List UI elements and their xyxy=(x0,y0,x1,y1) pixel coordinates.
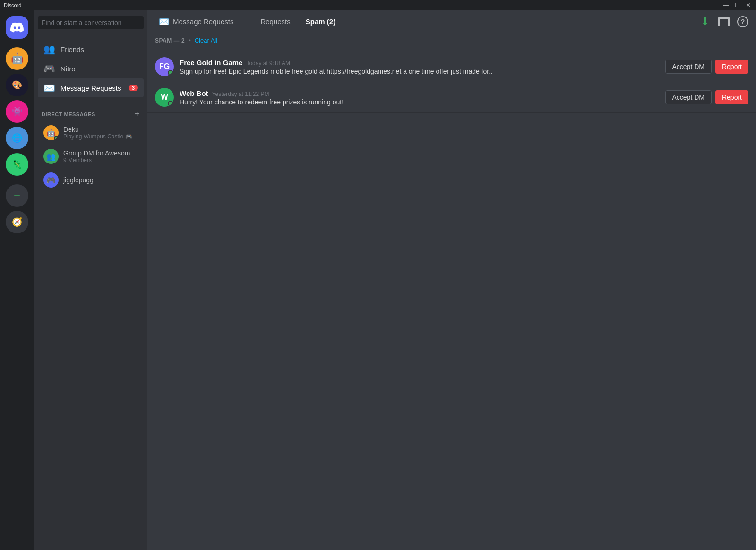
dm-name-group: Group DM for Awesom... xyxy=(63,149,138,157)
tab-spam[interactable]: Spam (2) xyxy=(302,16,339,27)
topbar-actions: ⬇ ? xyxy=(699,16,748,27)
tab-requests[interactable]: Requests xyxy=(257,16,294,27)
sidebar-nav: 👥 Friends 🎮 Nitro ✉️ Message Requests 3 xyxy=(34,35,147,102)
dm-info-deku: Deku Playing Wumpus Castle 🎮 xyxy=(63,126,138,140)
sidebar-item-friends[interactable]: 👥 Friends xyxy=(38,40,144,59)
nitro-label: Nitro xyxy=(60,65,138,73)
msg-content-1: Free Gold in Game Today at 9:18 AM Sign … xyxy=(180,59,660,75)
msg-actions-1: Accept DM Report xyxy=(665,60,749,74)
msg-actions-2: Accept DM Report xyxy=(665,90,749,104)
nitro-icon: 🎮 xyxy=(43,63,55,74)
avatar-web-bot: W xyxy=(155,88,174,107)
server-icon-home[interactable] xyxy=(6,16,28,39)
spam-bar: SPAM — 2 • Clear All xyxy=(147,33,756,48)
dm-item-deku[interactable]: 🤖 Deku Playing Wumpus Castle 🎮 xyxy=(38,121,144,144)
dm-status-group: 9 Members xyxy=(63,157,138,163)
titlebar: Discord — ☐ ✕ xyxy=(0,0,756,10)
server-icon-1[interactable]: 🤖 xyxy=(6,47,28,70)
dm-section-header: DIRECT MESSAGES + xyxy=(34,102,147,121)
add-dm-button[interactable]: + xyxy=(135,109,140,119)
dm-status-deku: Playing Wumpus Castle 🎮 xyxy=(63,133,138,140)
inbox-button[interactable] xyxy=(718,16,730,27)
tab-message-requests[interactable]: ✉️ Message Requests xyxy=(155,15,237,29)
dm-name-deku: Deku xyxy=(63,126,138,133)
server-icon-4[interactable]: 🌐 xyxy=(6,127,28,149)
main-content: ✉️ Message Requests Requests Spam (2) ⬇ … xyxy=(147,10,756,550)
online-dot-1 xyxy=(168,70,173,76)
message-item-2: W Web Bot Yesterday at 11:22 PM Hurry! Y… xyxy=(147,82,756,113)
close-button[interactable]: ✕ xyxy=(745,1,752,9)
titlebar-controls: — ☐ ✕ xyxy=(722,1,752,9)
explore-button[interactable]: 🧭 xyxy=(6,211,28,233)
add-server-button[interactable]: + xyxy=(6,184,28,207)
avatar-jigglepugg: 🎮 xyxy=(43,172,59,188)
minimize-button[interactable]: — xyxy=(722,1,730,9)
titlebar-title: Discord xyxy=(4,2,21,8)
msg-timestamp-1: Today at 9:18 AM xyxy=(246,60,290,67)
accept-dm-button-1[interactable]: Accept DM xyxy=(665,60,712,74)
app-body: 🤖 🎨 👾 🌐 🦎 + 🧭 👥 Friends 🎮 Nitro ✉ xyxy=(0,10,756,550)
spam-tab-label: Spam (2) xyxy=(306,17,335,26)
server-icon-3[interactable]: 👾 xyxy=(6,100,28,123)
topbar: ✉️ Message Requests Requests Spam (2) ⬇ … xyxy=(147,10,756,33)
spam-label: SPAM — 2 xyxy=(155,37,185,44)
dm-item-jigglepugg[interactable]: 🎮 jigglepugg xyxy=(38,169,144,191)
server-sidebar: 🤖 🎨 👾 🌐 🦎 + 🧭 xyxy=(0,10,34,550)
message-requests-tab-icon: ✉️ xyxy=(159,17,169,27)
dm-item-group[interactable]: 👥 Group DM for Awesom... 9 Members xyxy=(38,145,144,168)
msg-username-1: Free Gold in Game xyxy=(180,59,242,67)
help-button[interactable]: ? xyxy=(737,16,748,27)
topbar-divider-1 xyxy=(247,16,247,27)
maximize-button[interactable]: ☐ xyxy=(733,1,741,9)
dm-info-jigglepugg: jigglepugg xyxy=(63,176,138,184)
report-button-1[interactable]: Report xyxy=(715,60,748,74)
msg-content-2: Web Bot Yesterday at 11:22 PM Hurry! You… xyxy=(180,89,660,106)
spam-dot: • xyxy=(189,37,191,44)
message-requests-badge: 3 xyxy=(129,85,138,91)
message-requests-icon: ✉️ xyxy=(43,82,55,94)
server-icon-5[interactable]: 🦎 xyxy=(6,153,28,176)
online-dot-2 xyxy=(168,101,173,106)
sidebar-item-nitro[interactable]: 🎮 Nitro xyxy=(38,59,144,78)
avatar-group: 👥 xyxy=(43,149,59,164)
search-input[interactable] xyxy=(38,16,144,29)
status-dot-deku xyxy=(54,136,59,140)
sidebar-item-message-requests[interactable]: ✉️ Message Requests 3 xyxy=(38,78,144,97)
msg-header-1: Free Gold in Game Today at 9:18 AM xyxy=(180,59,660,67)
server-divider xyxy=(9,43,25,43)
msg-text-2: Hurry! Your chance to redeem free prizes… xyxy=(180,98,558,106)
message-requests-tab-label: Message Requests xyxy=(173,17,233,26)
channel-sidebar: 👥 Friends 🎮 Nitro ✉️ Message Requests 3 … xyxy=(34,10,147,550)
accept-dm-button-2[interactable]: Accept DM xyxy=(665,90,712,104)
avatar-free-gold: FG xyxy=(155,57,174,76)
dm-name-jigglepugg: jigglepugg xyxy=(63,176,138,184)
avatar-deku: 🤖 xyxy=(43,125,59,140)
msg-text-1: Sign up for free! Epic Legends mobile fr… xyxy=(180,68,558,75)
msg-header-2: Web Bot Yesterday at 11:22 PM xyxy=(180,89,660,97)
report-button-2[interactable]: Report xyxy=(715,90,748,104)
msg-username-2: Web Bot xyxy=(180,89,208,97)
friends-icon: 👥 xyxy=(43,43,55,55)
requests-tab-label: Requests xyxy=(260,17,290,26)
msg-timestamp-2: Yesterday at 11:22 PM xyxy=(212,91,269,97)
message-requests-label: Message Requests xyxy=(60,84,123,92)
dm-section-label: DIRECT MESSAGES xyxy=(42,112,95,117)
dm-info-group: Group DM for Awesom... 9 Members xyxy=(63,149,138,163)
server-icon-2[interactable]: 🎨 xyxy=(6,74,28,96)
server-divider-2 xyxy=(9,180,25,180)
search-bar xyxy=(34,10,147,35)
clear-all-button[interactable]: Clear All xyxy=(195,37,217,44)
messages-area: FG Free Gold in Game Today at 9:18 AM Si… xyxy=(147,48,756,550)
download-button[interactable]: ⬇ xyxy=(699,16,711,27)
message-item-1: FG Free Gold in Game Today at 9:18 AM Si… xyxy=(147,52,756,82)
friends-label: Friends xyxy=(60,45,138,53)
